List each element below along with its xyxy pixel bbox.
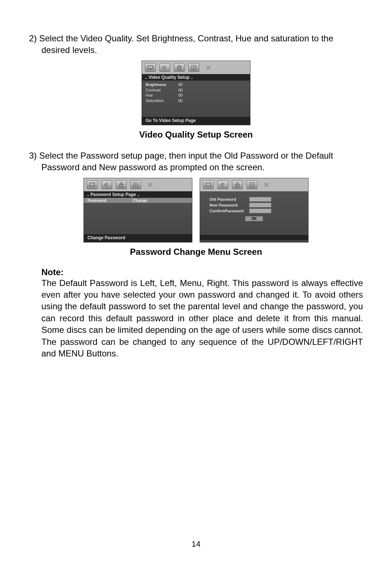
tab-grid-icon bbox=[130, 180, 141, 189]
svg-rect-16 bbox=[236, 184, 239, 187]
tab-display-icon bbox=[145, 63, 156, 72]
tab-audio-icon bbox=[217, 180, 228, 189]
old-password-row: Old Password bbox=[209, 197, 299, 201]
vq-item-brightness: Brightness00 bbox=[146, 82, 246, 87]
vq-footer: Go To Video Setup Page bbox=[142, 117, 250, 125]
new-password-field bbox=[249, 203, 271, 207]
tab-display-icon bbox=[203, 180, 214, 189]
tab-close-icon bbox=[203, 63, 214, 72]
tab-close-icon bbox=[145, 180, 156, 189]
svg-rect-2 bbox=[178, 67, 181, 70]
tab-lock-icon bbox=[116, 180, 127, 189]
svg-rect-1 bbox=[150, 69, 151, 70]
confirm-password-field bbox=[249, 209, 271, 213]
svg-rect-9 bbox=[120, 184, 123, 187]
vq-item-contrast: Contrast00 bbox=[146, 87, 246, 93]
new-password-row: New Password bbox=[209, 203, 299, 207]
osd-tab-row bbox=[84, 178, 192, 191]
password-setup-panel: .. Password Setup Page .. Password Chang… bbox=[83, 178, 192, 242]
tab-close-icon bbox=[261, 180, 272, 189]
vq-item-saturation: Saturation00 bbox=[146, 98, 246, 103]
ok-button: OK bbox=[245, 216, 263, 221]
svg-rect-0 bbox=[148, 66, 153, 69]
tab-audio-icon bbox=[159, 63, 170, 72]
step-2-text: 2) Select the Video Quality. Set Brightn… bbox=[29, 33, 363, 56]
password-change-panel: Old Password New Password ConfirmPasswor… bbox=[200, 178, 309, 242]
page-number: 14 bbox=[0, 539, 392, 549]
video-quality-panel: .. Video Quality Setup .. Brightness00 C… bbox=[142, 61, 250, 125]
svg-rect-15 bbox=[206, 183, 211, 186]
caption-password: Password Change Menu Screen bbox=[29, 247, 363, 257]
note-body: The Default Password is Left, Left, Menu… bbox=[29, 277, 363, 360]
svg-rect-8 bbox=[90, 183, 95, 186]
tab-audio-icon bbox=[101, 180, 112, 189]
osd-tab-row bbox=[142, 61, 250, 74]
vq-item-hue: Hue00 bbox=[146, 93, 246, 98]
pw-title: .. Password Setup Page .. bbox=[84, 191, 192, 198]
caption-video-quality: Video Quality Setup Screen bbox=[29, 130, 363, 140]
pw-item-label: Password bbox=[87, 198, 133, 203]
old-password-field bbox=[249, 197, 271, 201]
tab-display-icon bbox=[87, 180, 98, 189]
confirm-password-row: ConfirmPassword bbox=[209, 209, 299, 213]
tab-grid-icon bbox=[246, 180, 257, 189]
tab-lock-icon bbox=[174, 63, 185, 72]
vq-title: .. Video Quality Setup .. bbox=[142, 74, 250, 81]
tab-grid-icon bbox=[188, 63, 199, 72]
pw-footer: Change Password bbox=[84, 234, 192, 242]
tab-lock-icon bbox=[232, 180, 243, 189]
step-3-text: 3) Select the Password setup page, then … bbox=[29, 150, 363, 174]
pw-item-value: Change bbox=[133, 198, 147, 203]
osd-tab-row bbox=[200, 178, 308, 191]
note-label: Note: bbox=[29, 267, 363, 277]
